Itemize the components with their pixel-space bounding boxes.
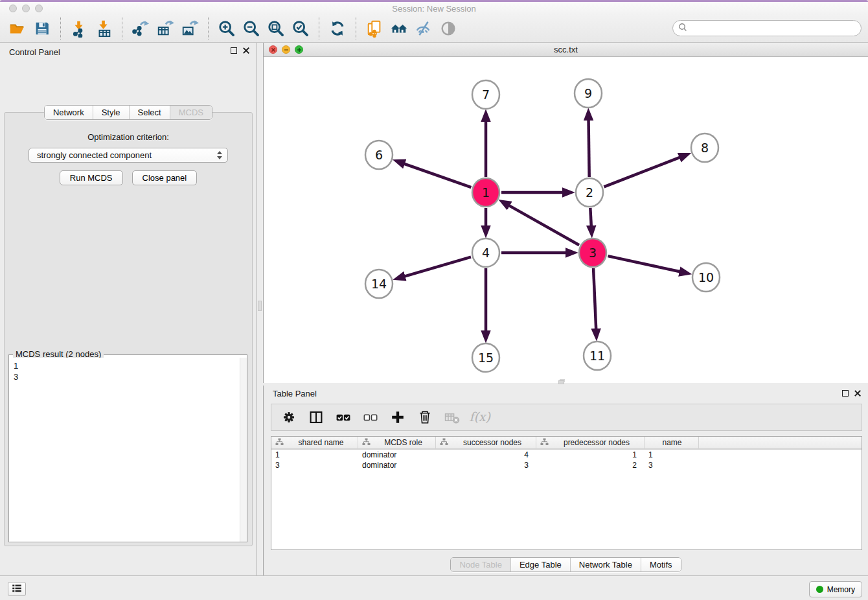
tab-node-table[interactable]: Node Table bbox=[451, 558, 510, 571]
memory-button[interactable]: Memory bbox=[809, 581, 862, 597]
graph-node-9[interactable]: 9 bbox=[575, 79, 602, 108]
optimization-criterion-dropdown[interactable]: strongly connected component bbox=[29, 148, 228, 163]
graph-edge-2-9[interactable] bbox=[589, 119, 589, 177]
search-icon bbox=[678, 23, 687, 34]
graph-edge-2-3[interactable] bbox=[590, 208, 591, 227]
control-panel-close-icon[interactable] bbox=[242, 47, 250, 54]
toolbar-separator bbox=[208, 17, 209, 40]
import-table-icon[interactable] bbox=[91, 17, 116, 40]
tab-style[interactable]: Style bbox=[93, 106, 129, 119]
column-header-MCDS-role[interactable]: MCDS role bbox=[358, 437, 436, 448]
open-file-icon[interactable] bbox=[5, 17, 30, 40]
refresh-icon[interactable] bbox=[325, 17, 350, 40]
search-box bbox=[672, 20, 862, 36]
graph-node-label: 1 bbox=[482, 185, 490, 200]
graph-node-14[interactable]: 14 bbox=[365, 270, 393, 298]
graph-node-4[interactable]: 4 bbox=[472, 238, 499, 267]
graph-node-15[interactable]: 15 bbox=[472, 343, 499, 372]
export-image-icon[interactable] bbox=[177, 17, 202, 40]
graph-edge-3-11[interactable] bbox=[593, 268, 596, 330]
main-toolbar bbox=[0, 14, 868, 43]
deselect-columns-icon[interactable] bbox=[359, 406, 382, 428]
table-panel-float-icon[interactable] bbox=[842, 390, 849, 397]
task-history-button[interactable] bbox=[8, 582, 26, 596]
tab-edge-table[interactable]: Edge Table bbox=[510, 558, 570, 571]
table-cell: 1 bbox=[645, 450, 699, 459]
splitter-handle[interactable] bbox=[258, 301, 262, 311]
graph-node-label: 7 bbox=[482, 87, 490, 102]
table-row[interactable]: 3dominator323 bbox=[271, 460, 862, 470]
table-toolbar: f(x) bbox=[271, 404, 862, 431]
delete-column-icon[interactable] bbox=[413, 406, 437, 428]
table-cell: dominator bbox=[358, 461, 436, 470]
add-column-icon[interactable] bbox=[386, 406, 409, 428]
column-header-name[interactable]: name bbox=[645, 437, 699, 448]
run-mcds-button[interactable]: Run MCDS bbox=[60, 170, 123, 185]
status-bar: Memory bbox=[0, 575, 868, 600]
toolbar-separator bbox=[319, 17, 319, 40]
toolbar-separator bbox=[122, 17, 122, 40]
list-icon bbox=[11, 583, 23, 595]
tab-select[interactable]: Select bbox=[129, 106, 170, 119]
table-cell: 2 bbox=[536, 461, 645, 470]
tab-mcds[interactable]: MCDS bbox=[170, 106, 212, 119]
network-canvas[interactable]: 7968124314101511 bbox=[264, 57, 868, 383]
graph-node-10[interactable]: 10 bbox=[692, 263, 720, 292]
zoom-out-icon[interactable] bbox=[239, 17, 264, 40]
mcds-result-box: MCDS result (2 nodes) 13 bbox=[8, 354, 247, 542]
vertical-splitter[interactable] bbox=[257, 43, 263, 575]
search-input[interactable] bbox=[687, 22, 861, 35]
export-table-icon[interactable] bbox=[153, 17, 177, 40]
graph-edge-1-6[interactable] bbox=[404, 163, 472, 187]
tab-network[interactable]: Network bbox=[45, 106, 93, 119]
table-row[interactable]: 1dominator411 bbox=[271, 450, 862, 460]
column-header-shared-name[interactable]: shared name bbox=[271, 437, 358, 448]
splitter-handle[interactable] bbox=[558, 380, 564, 384]
graph-node-3[interactable]: 3 bbox=[579, 238, 606, 267]
graph-node-label: 3 bbox=[589, 246, 597, 260]
graph-node-1[interactable]: 1 bbox=[472, 178, 499, 207]
graph-edge-2-8[interactable] bbox=[604, 157, 680, 187]
duplicate-network-icon[interactable] bbox=[362, 17, 387, 40]
graph-edge-4-14[interactable] bbox=[404, 257, 471, 277]
table-tabs: Node TableEdge TableNetwork TableMotifs bbox=[264, 557, 868, 572]
export-network-icon[interactable] bbox=[128, 17, 153, 40]
graph-node-6[interactable]: 6 bbox=[365, 141, 393, 169]
zoom-in-icon[interactable] bbox=[214, 17, 239, 40]
network-graph[interactable]: 7968124314101511 bbox=[264, 57, 867, 382]
network-view-titlebar: scc.txt bbox=[264, 43, 868, 57]
column-header-successor-nodes[interactable]: successor nodes bbox=[436, 437, 536, 448]
graph-edge-3-10[interactable] bbox=[608, 256, 680, 271]
show-graphics-details-icon bbox=[436, 17, 461, 40]
graph-node-label: 2 bbox=[586, 185, 593, 200]
table-cell: 3 bbox=[645, 461, 699, 470]
graph-node-8[interactable]: 8 bbox=[691, 133, 718, 162]
tab-network-table[interactable]: Network Table bbox=[570, 558, 641, 571]
graph-node-11[interactable]: 11 bbox=[584, 341, 611, 370]
optimization-criterion-label: Optimization criterion: bbox=[5, 132, 252, 142]
graph-edge-3-1[interactable] bbox=[508, 205, 579, 246]
mcds-result-text[interactable]: 13 bbox=[9, 358, 240, 542]
columns-icon[interactable] bbox=[304, 406, 328, 428]
import-network-icon[interactable] bbox=[67, 17, 91, 40]
graph-node-label: 11 bbox=[589, 349, 605, 363]
zoom-selected-icon[interactable] bbox=[288, 17, 313, 40]
select-columns-icon[interactable] bbox=[332, 406, 355, 428]
control-panel-float-icon[interactable] bbox=[231, 47, 237, 54]
table-panel-close-icon[interactable] bbox=[854, 389, 862, 397]
result-scrollbar[interactable] bbox=[240, 358, 247, 542]
gear-icon[interactable] bbox=[277, 406, 301, 428]
mcds-result-line: 1 bbox=[14, 360, 240, 371]
close-panel-button[interactable]: Close panel bbox=[132, 170, 198, 185]
window-titlebar: Session: New Session bbox=[0, 2, 868, 14]
zoom-fit-icon[interactable] bbox=[264, 17, 288, 40]
hide-graphics-details-icon[interactable] bbox=[411, 17, 436, 40]
home-layout-icon[interactable] bbox=[387, 17, 411, 40]
column-header-predecessor-nodes[interactable]: predecessor nodes bbox=[536, 437, 645, 448]
table-body: 1dominator4113dominator323 bbox=[271, 450, 862, 470]
save-session-icon[interactable] bbox=[30, 17, 54, 40]
graph-node-7[interactable]: 7 bbox=[472, 80, 499, 109]
tab-motifs[interactable]: Motifs bbox=[641, 558, 681, 571]
window-title: Session: New Session bbox=[0, 4, 868, 14]
graph-node-2[interactable]: 2 bbox=[576, 178, 603, 207]
